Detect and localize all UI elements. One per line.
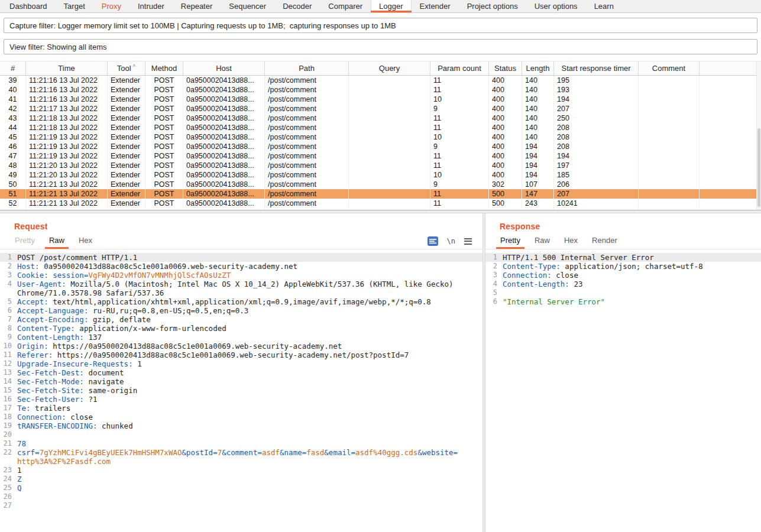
log-row[interactable]: 4811:21:20 13 Jul 2022ExtenderPOST0a9500… [0,161,761,170]
column-header-tool[interactable]: Tool^ [108,61,145,75]
cell-query [349,85,430,95]
main-tab-dashboard[interactable]: Dashboard [1,0,56,12]
response-pretty-view[interactable]: 1HTTP/1.1 500 Internal Server Error2Cont… [485,249,761,306]
main-tab-intruder[interactable]: Intruder [129,0,173,12]
view-filter-bar[interactable]: View filter: Showing all items [4,39,757,54]
cell-start-response-timer: 194 [554,151,639,161]
main-tab-bar: DashboardTargetProxyIntruderRepeaterSequ… [0,0,761,13]
column-label: # [11,64,15,73]
log-row[interactable]: 4611:21:19 13 Jul 2022ExtenderPOST0a9500… [0,142,761,151]
column-header-method[interactable]: Method [145,61,183,75]
cell-host: 0a9500020413d88... [183,142,265,151]
log-row[interactable]: 4411:21:18 13 Jul 2022ExtenderPOST0a9500… [0,123,761,132]
log-row[interactable]: 4311:21:18 13 Jul 2022ExtenderPOST0a9500… [0,113,761,123]
cell-path: /post/comment [265,132,349,142]
cell-host: 0a9500020413d88... [183,199,265,208]
log-row[interactable]: 4011:21:16 13 Jul 2022ExtenderPOST0a9500… [0,85,761,95]
cell-: 53 [0,208,26,210]
log-row[interactable]: 5211:21:21 13 Jul 2022ExtenderPOST0a9500… [0,199,761,208]
cell-: 44 [0,123,26,132]
code-text [17,501,460,510]
request-tab-raw[interactable]: Raw [42,233,72,249]
cell-time: 11:21:21 13 Jul 2022 [26,189,108,199]
line-number: 2 [0,262,17,271]
response-tab-pretty[interactable]: Pretty [493,233,527,249]
column-header-[interactable]: # [0,61,26,75]
main-tab-user-options[interactable]: User options [526,0,586,12]
log-row[interactable]: 4511:21:19 13 Jul 2022ExtenderPOST0a9500… [0,132,761,142]
log-row[interactable]: 4111:21:16 13 Jul 2022ExtenderPOST0a9500… [0,95,761,104]
main-tab-sequencer[interactable]: Sequencer [221,0,274,12]
main-tab-extender[interactable]: Extender [412,0,459,12]
log-row[interactable]: 5011:21:21 13 Jul 2022ExtenderPOST0a9500… [0,180,761,189]
request-tab-hex[interactable]: Hex [72,233,99,249]
response-title: Response [500,222,761,231]
line-number: 10 [0,342,17,351]
log-row[interactable]: 4711:21:19 13 Jul 2022ExtenderPOST0a9500… [0,151,761,161]
cell-host: 0a9500020413d88... [183,132,265,142]
cell-: 50 [0,180,26,189]
column-header-query[interactable]: Query [349,61,430,75]
newline-toggle-icon[interactable]: \n [447,237,455,245]
column-header-start-response-timer[interactable]: Start response timer [554,61,639,75]
code-text: Content-Type: application/json; charset=… [502,262,703,271]
cell-length: 194 [522,151,554,161]
cell-status: 400 [489,123,522,132]
main-tab-project-options[interactable]: Project options [459,0,526,12]
main-tab-learn[interactable]: Learn [586,0,622,12]
line-number: 24 [0,475,17,484]
cell-status: 400 [489,151,522,161]
capture-filter-bar[interactable]: Capture filter: Logger memory limit set … [4,18,757,33]
cell-tool: Extender [108,189,145,199]
column-header-time[interactable]: Time [26,61,108,75]
response-tab-render[interactable]: Render [585,233,624,249]
cell-start-response-timer: 208 [554,123,639,132]
main-tab-comparer[interactable]: Comparer [320,0,371,12]
main-tab-target[interactable]: Target [56,0,93,12]
cell-query [349,208,430,210]
cell-host: 0a9500020413d88... [183,208,265,210]
cell-status: 400 [489,95,522,104]
cell-host: 0a9500020413d88... [183,180,265,189]
table-scrollbar-thumb[interactable] [757,128,760,207]
log-row[interactable]: 3911:21:16 13 Jul 2022ExtenderPOST0a9500… [0,76,761,85]
cell-host: 0a9500020413d88... [183,161,265,170]
pretty-print-icon[interactable] [428,236,438,246]
column-header-path[interactable]: Path [265,61,349,75]
log-row[interactable]: 5111:21:21 13 Jul 2022ExtenderPOST0a9500… [0,189,761,199]
cell-start-response-timer: 206 [554,180,639,189]
line-number: 27 [0,501,17,510]
main-tab-repeater[interactable]: Repeater [173,0,221,12]
main-tab-decoder[interactable]: Decoder [274,0,320,12]
view-filter-text: View filter: Showing all items [9,43,107,51]
request-raw-view[interactable]: 1POST /post/comment HTTP/1.12Host: 0a950… [0,249,482,510]
main-tab-proxy[interactable]: Proxy [93,0,129,12]
code-line: 27 [0,501,482,510]
log-table-body: 3911:21:16 13 Jul 2022ExtenderPOST0a9500… [0,76,761,210]
request-title: Request [14,222,482,231]
cell-length: 140 [522,104,554,113]
cell-comment [639,132,700,142]
column-header-length[interactable]: Length [522,61,554,75]
column-header-param-count[interactable]: Param count [430,61,489,75]
table-scrollbar[interactable] [756,61,761,210]
log-row[interactable]: 5311:21:22 13 Jul 2022ExtenderPOST0a9500… [0,208,761,210]
cell-comment [639,123,700,132]
response-tab-hex[interactable]: Hex [557,233,585,249]
main-tab-logger[interactable]: Logger [371,0,411,12]
log-row[interactable]: 4211:21:17 13 Jul 2022ExtenderPOST0a9500… [0,104,761,113]
editor-menu-icon[interactable] [464,238,472,245]
cell-comment [639,85,700,95]
log-row[interactable]: 4911:21:20 13 Jul 2022ExtenderPOST0a9500… [0,170,761,180]
cell-time: 11:21:20 13 Jul 2022 [26,161,108,170]
cell-method: POST [145,180,183,189]
code-line: 10Origin: https://0a9500020413d88ac08c5c… [0,342,482,351]
column-header-status[interactable]: Status [489,61,522,75]
cell-param-count: 11 [430,85,489,95]
column-header-host[interactable]: Host [183,61,265,75]
column-header-comment[interactable]: Comment [639,61,700,75]
request-tab-pretty[interactable]: Pretty [8,233,42,249]
response-tab-raw[interactable]: Raw [527,233,557,249]
cell-query [349,151,430,161]
line-number: 3 [485,271,502,280]
